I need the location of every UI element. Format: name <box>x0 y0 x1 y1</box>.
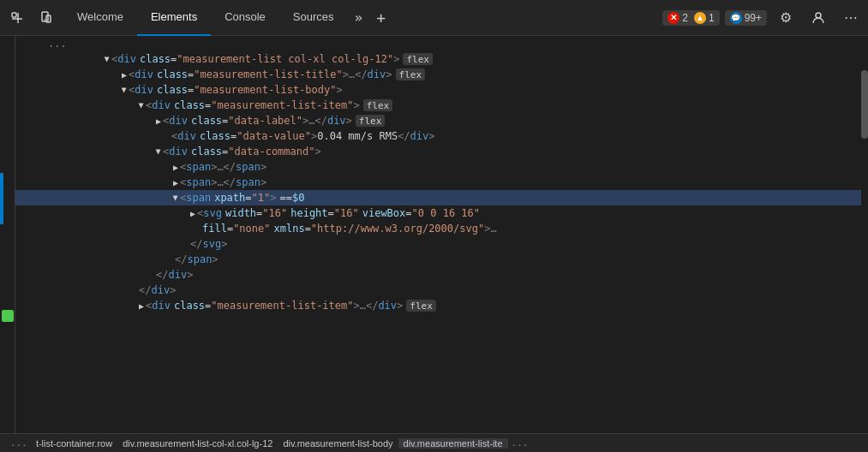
inspect-element-button[interactable] <box>3 4 31 32</box>
toolbar-right: ✕ 2 ▲ 1 💬 99+ ⚙ ⋯ <box>662 4 865 32</box>
code-line-selected[interactable]: ▶ <span xpath="1" > == $0 <box>15 190 861 205</box>
code-line[interactable]: fill="none" xmlns="http://www.w3.org/200… <box>15 221 861 236</box>
main-area: ... ▶ <div class="measurement-list col-x… <box>0 36 868 433</box>
tab-elements[interactable]: Elements <box>137 0 211 36</box>
tabs-bar: Welcome Elements Console Sources » + <box>63 0 392 36</box>
breadcrumb-item-3[interactable]: div.measurement-list-body <box>278 438 398 449</box>
code-area: ... ▶ <div class="measurement-list col-x… <box>15 36 861 433</box>
svg-rect-0 <box>12 13 16 17</box>
side-panel <box>0 36 15 433</box>
code-lines[interactable]: ▶ <div class="measurement-list col-xl co… <box>15 51 861 433</box>
more-tabs-button[interactable]: » <box>348 0 370 36</box>
ellipsis-row: ... <box>15 36 861 51</box>
breadcrumb-item-1[interactable]: t-list-container.row <box>31 438 117 449</box>
message-icon: 💬 <box>730 12 742 24</box>
breadcrumb-item-2[interactable]: div.measurement-list-col-xl.col-lg-12 <box>117 438 278 449</box>
tab-welcome[interactable]: Welcome <box>63 0 137 36</box>
code-line[interactable]: <div class="data-value" >0.04 mm/s RMS</… <box>15 128 861 144</box>
error-icon: ✕ <box>667 12 679 24</box>
breadcrumb-end-ellipsis: ... <box>508 437 532 449</box>
user-button[interactable] <box>805 4 832 32</box>
vertical-scrollbar[interactable] <box>861 36 868 433</box>
code-line[interactable]: ▶ <div class="data-command" > <box>15 144 861 159</box>
svg-point-6 <box>816 13 821 18</box>
tab-sources[interactable]: Sources <box>279 0 348 36</box>
breadcrumb-start-ellipsis: ... <box>7 437 31 449</box>
code-line[interactable]: ▶ <div class="measurement-list-item" >…<… <box>15 298 861 313</box>
tab-console[interactable]: Console <box>211 0 279 36</box>
message-badge[interactable]: 💬 99+ <box>725 10 767 26</box>
code-line[interactable]: </svg> <box>15 236 861 252</box>
breadcrumb-bar: ... t-list-container.row div.measurement… <box>0 433 868 452</box>
code-line[interactable]: ▶ <div class="data-label" >…</div> flex <box>15 113 861 128</box>
devtools-toolbar: Welcome Elements Console Sources » + ✕ 2… <box>0 0 868 36</box>
code-line[interactable]: ▶ <div class="measurement-list col-xl co… <box>15 51 861 67</box>
breadcrumb-item-4[interactable]: div.measurement-list-ite <box>398 438 508 449</box>
scrollbar-thumb[interactable] <box>861 70 868 139</box>
code-line[interactable]: </div> <box>15 267 861 282</box>
device-toolbar-button[interactable] <box>33 4 60 32</box>
more-options-button[interactable]: ⋯ <box>837 4 865 32</box>
code-line[interactable]: ▶ <div class="measurement-list-title" >…… <box>15 67 861 82</box>
error-badge[interactable]: ✕ 2 ▲ 1 <box>662 10 719 26</box>
code-line[interactable]: ▶ <div class="measurement-list-body" > <box>15 82 861 98</box>
toolbar-left <box>3 4 60 32</box>
warning-icon: ▲ <box>694 12 706 24</box>
settings-button[interactable]: ⚙ <box>772 4 799 32</box>
code-line[interactable]: </span> <box>15 252 861 267</box>
code-line[interactable]: ▶ <svg width="16" height="16" viewBox="0… <box>15 205 861 221</box>
code-line[interactable]: ▶ <div class="measurement-list-item" > f… <box>15 98 861 113</box>
add-tab-button[interactable]: + <box>369 0 392 36</box>
code-line[interactable]: ▶ <span >…</span> <box>15 175 861 190</box>
side-panel-green-indicator <box>2 310 14 322</box>
side-panel-indicator <box>0 173 3 224</box>
code-line[interactable]: </div> <box>15 282 861 298</box>
code-line[interactable]: ▶ <span >…</span> <box>15 159 861 175</box>
